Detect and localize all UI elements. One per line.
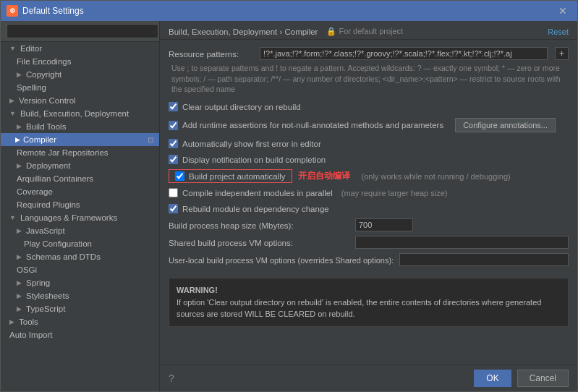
warning-text: If option 'Clear output directory on reb… (177, 298, 541, 319)
sidebar-label: Schemas and DTDs (26, 252, 101, 261)
sidebar-item-languages[interactable]: ▼ Languages & Frameworks (1, 211, 159, 224)
reset-link[interactable]: Reset (548, 27, 569, 36)
user-local-vm-row: User-local build process VM options (ove… (169, 253, 569, 266)
display-notif-label: Display notification on build completion (182, 155, 326, 164)
title-bar-left: ⚙ Default Settings (7, 5, 84, 17)
rebuild-checkbox[interactable] (169, 204, 178, 213)
sidebar-label: Coverage (17, 187, 53, 196)
configure-annotations-button[interactable]: Configure annotations... (455, 118, 556, 132)
sidebar-item-spelling[interactable]: Spelling (1, 81, 159, 94)
ok-button[interactable]: OK (474, 370, 511, 387)
compile-parallel-label: Compile independent modules in parallel (182, 189, 333, 197)
sidebar-label: File Encodings (17, 57, 71, 66)
sidebar-label: Editor (20, 44, 42, 53)
sidebar-item-version-control[interactable]: ▶ Version Control (1, 94, 159, 107)
search-input[interactable] (7, 24, 158, 38)
shared-vm-row: Shared build process VM options: (169, 236, 569, 249)
add-pattern-button[interactable]: + (555, 47, 569, 60)
checkbox-display-notif: Display notification on build completion (169, 153, 569, 166)
breadcrumb-note: 🔒 For default project (326, 27, 403, 36)
sidebar-item-editor[interactable]: ▼ Editor (1, 42, 159, 55)
auto-show-checkbox[interactable] (169, 139, 178, 148)
shared-vm-label: Shared build process VM options: (169, 237, 349, 247)
checkbox-rebuild: Rebuild module on dependency change (169, 203, 569, 215)
arrow-icon: ▶ (17, 227, 22, 234)
help-button[interactable]: ? (169, 372, 174, 384)
sidebar-label: Build Tools (26, 122, 66, 131)
sidebar-item-tools[interactable]: ▶ Tools (1, 315, 159, 328)
heap-size-input[interactable] (355, 218, 413, 231)
build-auto-checkbox[interactable] (175, 171, 184, 181)
rebuild-label: Rebuild module on dependency change (182, 205, 329, 213)
clear-output-checkbox[interactable] (169, 102, 178, 111)
sidebar-item-build-tools[interactable]: ▶ Build Tools (1, 120, 159, 133)
sidebar-item-schemas[interactable]: ▶ Schemas and DTDs (1, 250, 159, 263)
user-local-vm-label: User-local build process VM options (ove… (169, 255, 394, 265)
sidebar-label: Required Plugins (17, 200, 80, 209)
sidebar-item-typescript[interactable]: ▶ TypeScript (1, 302, 159, 315)
resource-patterns-label: Resource patterns: (169, 48, 255, 59)
resource-patterns-input[interactable] (260, 47, 548, 60)
checkbox-clear-output: Clear output directory on rebuild (169, 101, 569, 113)
main-area: ▼ Editor File Encodings ▶ Copyright Spel… (1, 21, 577, 391)
resource-patterns-row: Resource patterns: + (169, 47, 569, 60)
sidebar-item-play-config[interactable]: Play Configuration (1, 237, 159, 250)
sidebar-label: Remote Jar Repositories (17, 148, 109, 157)
sidebar-label: Build, Execution, Deployment (20, 109, 129, 118)
sidebar-item-required-plugins[interactable]: Required Plugins (1, 198, 159, 211)
sidebar-label: Languages & Frameworks (20, 213, 117, 222)
heap-size-row: Build process heap size (Mbytes): (169, 218, 569, 231)
checkbox-add-runtime: Add runtime assertions for not-null-anno… (169, 116, 569, 134)
sidebar-label: Version Control (19, 96, 76, 105)
build-auto-label: Build project automatically (189, 172, 286, 181)
arrow-icon: ▼ (9, 110, 16, 117)
sidebar-label: JavaScript (26, 226, 65, 235)
warning-box: WARNING! If option 'Clear output directo… (169, 278, 569, 327)
close-button[interactable]: ✕ (554, 4, 571, 18)
arrow-icon: ▶ (17, 305, 22, 312)
user-local-vm-input[interactable] (399, 253, 569, 266)
add-runtime-checkbox[interactable] (169, 121, 178, 130)
sidebar-item-javascript[interactable]: ▶ JavaScript (1, 224, 159, 237)
arrow-icon: ▶ (17, 279, 22, 286)
display-notif-checkbox[interactable] (169, 155, 178, 164)
main-window: ⚙ Default Settings ✕ ▼ Editor File Encod… (0, 0, 578, 392)
sidebar-item-build-execution[interactable]: ▼ Build, Execution, Deployment (1, 107, 159, 120)
content-header: Build, Execution, Deployment › Compiler … (160, 21, 577, 40)
sidebar-label: Tools (19, 318, 38, 326)
hint-text: Use ; to separate patterns and ! to nega… (169, 63, 569, 95)
build-auto-note: (only works while not running / debuggin… (362, 172, 511, 181)
sidebar-item-file-encodings[interactable]: File Encodings (1, 55, 159, 68)
arrow-icon: ▶ (17, 292, 22, 299)
arrow-icon: ▶ (17, 71, 22, 78)
title-bar: ⚙ Default Settings ✕ (1, 1, 577, 21)
auto-show-label: Automatically show first error in editor (182, 140, 321, 148)
footer: ? OK Cancel (160, 365, 577, 391)
build-auto-row: Build project automatically 开启自动编译 (only… (169, 169, 569, 183)
sidebar-item-coverage[interactable]: Coverage (1, 185, 159, 198)
sidebar-item-arquillian[interactable]: Arquillian Containers (1, 172, 159, 185)
sidebar-label: Arquillian Containers (17, 174, 93, 183)
sidebar-item-auto-import[interactable]: Auto Import (1, 328, 159, 341)
content-area: Build, Execution, Deployment › Compiler … (160, 21, 577, 391)
sidebar-item-remote-jar[interactable]: Remote Jar Repositories (1, 146, 159, 159)
sidebar-label: Auto Import (9, 331, 52, 339)
sidebar-item-compiler[interactable]: ▶ Compiler ⊡ (1, 133, 159, 146)
sidebar-item-stylesheets[interactable]: ▶ Stylesheets (1, 289, 159, 302)
clear-output-label: Clear output directory on rebuild (182, 103, 301, 111)
compile-parallel-checkbox[interactable] (169, 188, 178, 197)
heap-size-label: Build process heap size (Mbytes): (169, 220, 349, 230)
sidebar-item-copyright[interactable]: ▶ Copyright (1, 68, 159, 81)
sidebar-label: Compiler (23, 135, 56, 144)
arrow-icon: ▼ (9, 214, 16, 221)
arrow-icon: ▶ (17, 123, 22, 130)
sidebar-item-spring[interactable]: ▶ Spring (1, 276, 159, 289)
sidebar-item-osgi[interactable]: OSGi (1, 263, 159, 276)
arrow-icon: ▶ (17, 162, 22, 169)
build-auto-box: Build project automatically (169, 169, 292, 183)
cancel-button[interactable]: Cancel (517, 370, 569, 387)
arrow-icon: ▶ (9, 318, 14, 325)
shared-vm-input[interactable] (355, 236, 569, 249)
checkbox-compile-parallel: Compile independent modules in parallel … (169, 187, 569, 199)
sidebar-item-deployment[interactable]: ▶ Deployment (1, 159, 159, 172)
